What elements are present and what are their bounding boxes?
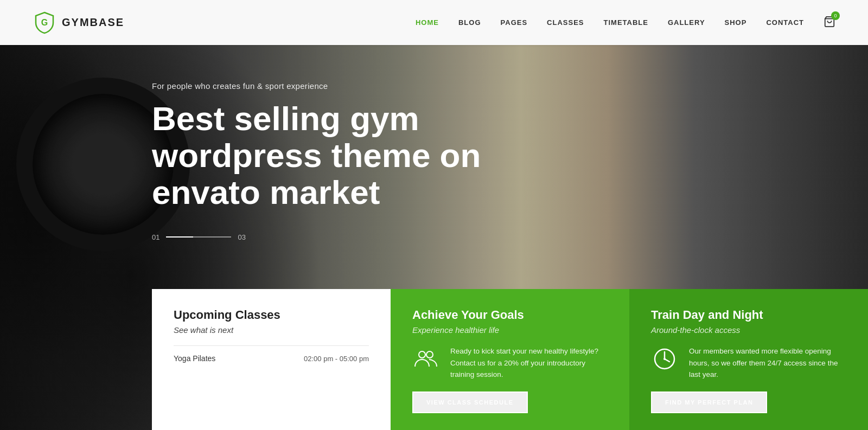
nav-classes[interactable]: CLASSES: [547, 18, 584, 27]
upcoming-title: Upcoming Classes: [174, 308, 369, 322]
bottom-cards: Upcoming Classes See what is next Yoga P…: [152, 289, 868, 430]
perfect-plan-button[interactable]: FIND MY PERFECT PLAN: [651, 392, 767, 413]
class-row: Yoga Pilates 02:00 pm - 05:00 pm: [174, 354, 369, 363]
nav-contact[interactable]: CONTACT: [766, 18, 804, 27]
goals-icon: [412, 345, 439, 373]
hero-subtitle: For people who creates fun & sport exper…: [152, 81, 481, 91]
nav-gallery[interactable]: GALLERY: [668, 18, 705, 27]
night-body: Our members wanted more flexible opening…: [651, 345, 846, 381]
night-title: Train Day and Night: [651, 308, 846, 322]
upcoming-classes-card: Upcoming Classes See what is next Yoga P…: [152, 289, 391, 430]
nav-timetable[interactable]: TIMETABLE: [604, 18, 648, 27]
hero-content: For people who creates fun & sport exper…: [152, 81, 481, 241]
site-header: G GYMBASE HOME BLOG PAGES CLASSES TIMETA…: [0, 0, 868, 45]
upcoming-subtitle: See what is next: [174, 325, 369, 335]
nav-blog[interactable]: BLOG: [458, 18, 481, 27]
hero-section: G GYMBASE HOME BLOG PAGES CLASSES TIMETA…: [0, 0, 868, 430]
slide-current: 01: [152, 233, 159, 241]
slide-total: 03: [238, 233, 245, 241]
slide-indicator: 01 03: [152, 233, 481, 241]
svg-text:G: G: [41, 18, 48, 27]
hero-title: Best selling gymwordpress theme onenvato…: [152, 100, 481, 211]
train-night-card: Train Day and Night Around-the-clock acc…: [629, 289, 868, 430]
class-time: 02:00 pm - 05:00 pm: [304, 355, 369, 363]
goals-text: Ready to kick start your new healthy lif…: [450, 345, 608, 381]
svg-point-3: [426, 351, 433, 358]
night-subtitle: Around-the-clock access: [651, 325, 846, 335]
view-schedule-button[interactable]: VIEW CLASS SCHEDULE: [412, 392, 528, 413]
main-nav: HOME BLOG PAGES CLASSES TIMETABLE GALLER…: [416, 16, 835, 30]
night-text: Our members wanted more flexible opening…: [689, 345, 846, 381]
nav-pages[interactable]: PAGES: [501, 18, 528, 27]
logo-text: GYMBASE: [62, 16, 124, 29]
logo-icon: G: [33, 11, 56, 35]
card-divider: [174, 345, 369, 346]
goals-card: Achieve Your Goals Experience healthier …: [391, 289, 629, 430]
logo[interactable]: G GYMBASE: [33, 11, 124, 35]
goals-body: Ready to kick start your new healthy lif…: [412, 345, 608, 381]
goals-title: Achieve Your Goals: [412, 308, 608, 322]
cart-count: 0: [831, 11, 840, 20]
goals-subtitle: Experience healthier life: [412, 325, 608, 335]
svg-line-7: [665, 359, 669, 362]
slide-progress-fill: [166, 236, 193, 238]
nav-shop[interactable]: SHOP: [725, 18, 747, 27]
cart-button[interactable]: 0: [824, 16, 835, 30]
night-icon: [651, 345, 678, 373]
slide-progress-line: [166, 236, 231, 238]
class-name: Yoga Pilates: [174, 354, 215, 363]
nav-home[interactable]: HOME: [416, 18, 439, 27]
svg-point-2: [419, 351, 425, 358]
